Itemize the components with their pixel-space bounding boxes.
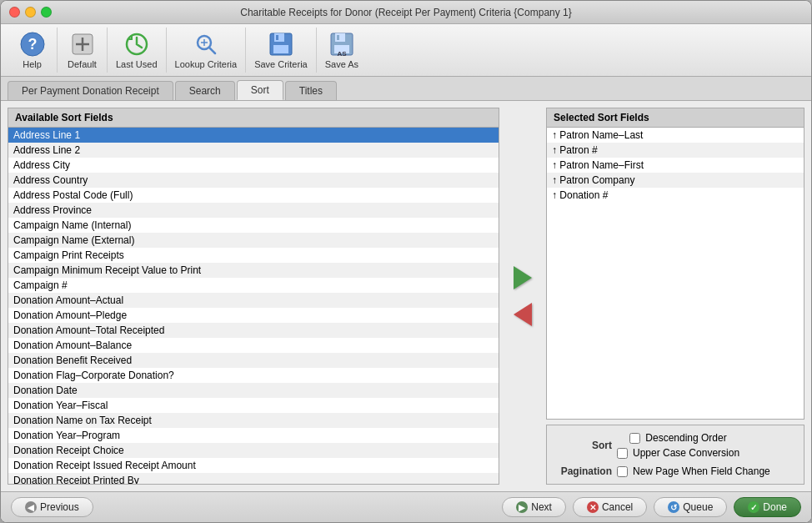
- svg-text:AS: AS: [337, 50, 347, 58]
- main-window: Charitable Receipts for Donor (Receipt P…: [0, 0, 812, 523]
- toolbar-lookup[interactable]: Lookup Criteria: [167, 28, 247, 73]
- tab-per-payment[interactable]: Per Payment Donation Receipt: [8, 81, 173, 100]
- available-field-item[interactable]: Donation Amount–Balance: [8, 338, 499, 353]
- selected-field-item[interactable]: ↑ Patron Company: [547, 173, 804, 188]
- available-field-item[interactable]: Donation Receipt Choice: [8, 443, 499, 458]
- descending-order-checkbox[interactable]: [629, 433, 640, 444]
- selected-field-item[interactable]: ↑ Donation #: [547, 188, 804, 203]
- svg-rect-11: [276, 35, 278, 40]
- save-as-icon: AS: [328, 31, 355, 58]
- svg-text:?: ?: [28, 36, 37, 53]
- selected-field-item[interactable]: ↑ Patron #: [547, 143, 804, 158]
- available-field-item[interactable]: Donation Receipt Issued Receipt Amount: [8, 458, 499, 473]
- queue-button[interactable]: ↺ Queue: [654, 497, 727, 517]
- add-field-button[interactable]: [509, 264, 536, 291]
- available-field-item[interactable]: Campaign Print Receipts: [8, 248, 499, 263]
- next-icon: ▶: [516, 501, 528, 513]
- uppercase-conversion-checkbox[interactable]: [617, 448, 628, 459]
- last-used-label: Last Used: [116, 59, 158, 69]
- uppercase-conversion-label: Upper Case Conversion: [633, 447, 739, 459]
- available-field-item[interactable]: Address Line 1: [8, 128, 499, 143]
- right-panel: Selected Sort Fields ↑ Patron Name–Last↑…: [546, 108, 804, 485]
- cancel-button[interactable]: ✕ Cancel: [573, 497, 647, 517]
- minimize-button[interactable]: [25, 7, 36, 18]
- done-icon: ✓: [748, 501, 759, 513]
- toolbar-default[interactable]: Default: [58, 28, 108, 73]
- available-field-item[interactable]: Address Line 2: [8, 143, 499, 158]
- toolbar-help[interactable]: ? Help: [8, 28, 58, 73]
- available-field-item[interactable]: Donation Year–Program: [8, 428, 499, 443]
- available-field-item[interactable]: Donation Name on Tax Receipt: [8, 413, 499, 428]
- window-title: Charitable Receipts for Donor (Receipt P…: [11, 7, 801, 18]
- arrow-left-icon: [514, 303, 532, 326]
- available-field-item[interactable]: Campaign Minimum Receipt Value to Print: [8, 263, 499, 278]
- toolbar-save-as[interactable]: AS Save As: [317, 28, 367, 73]
- available-field-item[interactable]: Donation Amount–Pledge: [8, 308, 499, 323]
- available-field-item[interactable]: Address Province: [8, 203, 499, 218]
- cancel-label: Cancel: [602, 501, 633, 513]
- maximize-button[interactable]: [41, 7, 52, 18]
- cancel-icon: ✕: [587, 501, 599, 513]
- tab-titles[interactable]: Titles: [285, 81, 337, 100]
- tabbar: Per Payment Donation Receipt Search Sort…: [1, 77, 811, 101]
- bottom-bar: ◀ Previous ▶ Next ✕ Cancel ↺ Queue ✓ Don…: [1, 491, 811, 522]
- default-label: Default: [68, 59, 97, 69]
- help-icon: ?: [19, 31, 46, 58]
- last-used-icon: [123, 31, 150, 58]
- queue-icon: ↺: [668, 501, 679, 513]
- done-button[interactable]: ✓ Done: [734, 497, 801, 517]
- svg-rect-13: [335, 33, 345, 42]
- available-field-item[interactable]: Campaign Name (Internal): [8, 218, 499, 233]
- lookup-label: Lookup Criteria: [175, 59, 238, 69]
- queue-label: Queue: [683, 501, 713, 513]
- selected-fields-header: Selected Sort Fields: [547, 108, 804, 128]
- tab-sort[interactable]: Sort: [237, 80, 283, 100]
- save-as-label: Save As: [325, 59, 358, 69]
- available-field-item[interactable]: Donation Amount–Actual: [8, 293, 499, 308]
- previous-button[interactable]: ◀ Previous: [11, 497, 93, 517]
- previous-label: Previous: [40, 501, 79, 513]
- available-field-item[interactable]: Address City: [8, 158, 499, 173]
- descending-order-label: Descending Order: [645, 432, 726, 444]
- save-criteria-label: Save Criteria: [254, 59, 308, 69]
- remove-field-button[interactable]: [509, 301, 536, 328]
- available-field-item[interactable]: Donation Flag–Corporate Donation?: [8, 368, 499, 383]
- toolbar-last-used[interactable]: Last Used: [108, 28, 167, 73]
- lookup-icon: [193, 31, 219, 58]
- available-field-item[interactable]: Donation Year–Fiscal: [8, 398, 499, 413]
- window-controls: [9, 7, 52, 18]
- bottom-left-buttons: ◀ Previous: [11, 497, 93, 517]
- new-page-checkbox[interactable]: [617, 466, 628, 477]
- available-field-item[interactable]: Address Country: [8, 173, 499, 188]
- available-field-item[interactable]: Donation Date: [8, 383, 499, 398]
- sort-section-label: Sort: [554, 440, 612, 451]
- toolbar: ? Help Default Last Used: [1, 24, 811, 77]
- selected-field-item[interactable]: ↑ Patron Name–Last: [547, 128, 804, 143]
- new-page-label: New Page When Field Change: [633, 465, 770, 477]
- svg-line-5: [209, 48, 215, 53]
- options-panel: Sort Descending Order Upper Case Convers…: [546, 425, 804, 485]
- tab-search[interactable]: Search: [175, 81, 235, 100]
- available-fields-header: Available Sort Fields: [8, 108, 499, 128]
- next-button[interactable]: ▶ Next: [502, 497, 566, 517]
- available-field-item[interactable]: Donation Benefit Received: [8, 353, 499, 368]
- close-button[interactable]: [9, 7, 20, 18]
- pagination-section-label: Pagination: [554, 465, 612, 477]
- next-label: Next: [531, 501, 552, 513]
- available-fields-panel: Available Sort Fields Address Line 1Addr…: [8, 108, 499, 485]
- main-content: Available Sort Fields Address Line 1Addr…: [1, 101, 811, 491]
- panels-row: Available Sort Fields Address Line 1Addr…: [8, 108, 804, 485]
- done-label: Done: [763, 501, 787, 513]
- toolbar-save-criteria[interactable]: Save Criteria: [246, 28, 317, 73]
- arrow-panel: [506, 108, 539, 485]
- svg-rect-10: [273, 45, 288, 53]
- selected-fields-panel: Selected Sort Fields ↑ Patron Name–Last↑…: [546, 108, 804, 420]
- selected-field-item[interactable]: ↑ Patron Name–First: [547, 158, 804, 173]
- selected-fields-list[interactable]: ↑ Patron Name–Last↑ Patron #↑ Patron Nam…: [547, 128, 804, 419]
- available-field-item[interactable]: Donation Receipt Printed By: [8, 473, 499, 484]
- available-field-item[interactable]: Address Postal Code (Full): [8, 188, 499, 203]
- available-field-item[interactable]: Campaign Name (External): [8, 233, 499, 248]
- available-fields-list[interactable]: Address Line 1Address Line 2Address City…: [8, 128, 499, 484]
- available-field-item[interactable]: Campaign #: [8, 278, 499, 293]
- available-field-item[interactable]: Donation Amount–Total Receipted: [8, 323, 499, 338]
